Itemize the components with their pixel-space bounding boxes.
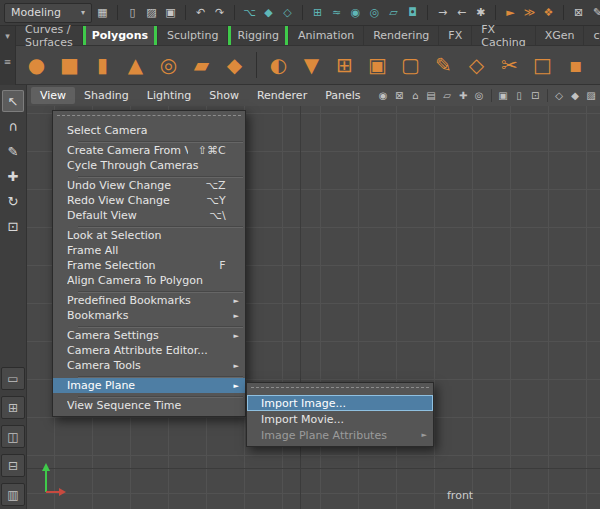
snap-grid-icon[interactable]: ⊞ bbox=[309, 4, 326, 21]
wireframe-icon[interactable]: ◇ bbox=[552, 88, 567, 103]
shelf-tab[interactable]: Animation bbox=[289, 26, 364, 45]
select-hierarchy-icon[interactable]: ⌥ bbox=[241, 4, 258, 21]
boolean-icon[interactable]: ⊞ bbox=[330, 51, 359, 80]
menu-item[interactable]: Camera Attribute Editor... ► bbox=[53, 343, 245, 358]
paint-select-tool[interactable]: ✎ bbox=[2, 140, 24, 162]
new-scene-icon[interactable]: ▯ bbox=[124, 4, 141, 21]
shelf-tab[interactable]: Curves / Surfaces bbox=[16, 26, 83, 45]
bevel-icon[interactable]: ▪ bbox=[561, 51, 590, 80]
poly-cone-icon[interactable]: ▲ bbox=[121, 51, 150, 80]
menu-item[interactable]: View Sequence Time ► bbox=[53, 398, 245, 413]
camera-attributes-icon[interactable]: ⌂ bbox=[408, 88, 423, 103]
textured-icon[interactable]: ▨ bbox=[584, 88, 599, 103]
panel-menu-item[interactable]: Shading bbox=[75, 87, 138, 104]
make-live-icon[interactable]: ◘ bbox=[404, 4, 421, 21]
menu-item[interactable]: Default View ⌥\ ► bbox=[53, 208, 245, 223]
snap-curve-icon[interactable]: ≈ bbox=[328, 4, 345, 21]
two-d-pan-zoom-icon[interactable]: ✚ bbox=[456, 88, 471, 103]
create-polygon-icon[interactable]: ✎ bbox=[429, 51, 458, 80]
workspace-icon[interactable]: ▦ bbox=[94, 4, 111, 21]
smooth-icon[interactable]: □ bbox=[528, 51, 557, 80]
shelf-tab[interactable]: Rigging bbox=[228, 26, 289, 45]
shelf-tab-toggle-icon[interactable]: ▾ bbox=[2, 30, 14, 42]
select-tool[interactable]: ↖ bbox=[2, 90, 24, 112]
shelf-tab[interactable]: cy bbox=[584, 26, 600, 45]
image-plane-icon[interactable]: ▱ bbox=[440, 88, 455, 103]
menu-item[interactable]: Look at Selection ► bbox=[53, 228, 245, 243]
poly-plane-icon[interactable]: ▰ bbox=[187, 51, 216, 80]
panel-menu-item[interactable]: Panels bbox=[316, 87, 369, 104]
move-tool[interactable]: ✚ bbox=[2, 165, 24, 187]
menu-item[interactable]: Create Camera From View ⇧⌘C ► bbox=[53, 143, 245, 158]
menu-tearoff[interactable] bbox=[57, 115, 241, 119]
menu-item[interactable]: Align Camera To Polygon ► bbox=[53, 273, 245, 288]
panel-menu-item[interactable]: Show bbox=[200, 87, 248, 104]
panel-menu-item[interactable]: View bbox=[31, 87, 75, 104]
menu-tearoff[interactable] bbox=[251, 387, 429, 391]
ipr-render-icon[interactable]: ≫ bbox=[521, 4, 538, 21]
shaded-icon[interactable]: ◆ bbox=[568, 88, 583, 103]
resolution-gate-icon[interactable]: ⊡ bbox=[528, 88, 543, 103]
film-gate-icon[interactable]: ▯ bbox=[512, 88, 527, 103]
menu-item[interactable]: Import Image... ► bbox=[247, 395, 433, 411]
lock-camera-icon[interactable]: ⊠ bbox=[392, 88, 407, 103]
poly-platonic-icon[interactable]: ◆ bbox=[220, 51, 249, 80]
menu-set-selector[interactable]: Modeling ▾ bbox=[4, 3, 92, 23]
layout-two-pane-side-button[interactable]: ◫ bbox=[1, 425, 25, 448]
layout-single-pane-button[interactable]: ▭ bbox=[1, 367, 25, 390]
lock-icon[interactable]: ⊠ bbox=[570, 4, 587, 21]
poly-pyramid-icon[interactable]: ▼ bbox=[297, 51, 326, 80]
gate-mask-icon[interactable]: ▣ bbox=[496, 88, 511, 103]
extract-icon[interactable]: ▢ bbox=[396, 51, 425, 80]
layout-two-pane-stacked-button[interactable]: ⊟ bbox=[1, 454, 25, 477]
menu-item[interactable]: Select Camera ► bbox=[53, 123, 245, 138]
shelf-tab[interactable]: FX bbox=[439, 26, 472, 45]
quad-draw-icon[interactable]: ◇ bbox=[462, 51, 491, 80]
shelf-tab[interactable]: Sculpting bbox=[158, 26, 228, 45]
menu-item[interactable]: Redo View Change ⌥Y ► bbox=[53, 193, 245, 208]
oversampling-icon[interactable]: ◎ bbox=[472, 88, 487, 103]
shelf-tab[interactable]: Polygons bbox=[83, 26, 158, 45]
shelf-tab[interactable]: XGen bbox=[536, 26, 585, 45]
render-frame-icon[interactable]: ► bbox=[502, 4, 519, 21]
shelf-tab[interactable]: FX Caching bbox=[472, 26, 535, 45]
select-object-icon[interactable]: ◆ bbox=[260, 4, 277, 21]
shelf-tab[interactable]: Rendering bbox=[364, 26, 439, 45]
menu-item[interactable]: Image Plane Attributes ► bbox=[247, 427, 433, 443]
layout-four-pane-button[interactable]: ⊞ bbox=[1, 396, 25, 419]
menu-item[interactable]: Frame All ► bbox=[53, 243, 245, 258]
output-connections-icon[interactable]: ← bbox=[453, 4, 470, 21]
redo-icon[interactable]: ↷ bbox=[211, 4, 228, 21]
menu-item[interactable]: Image Plane ► bbox=[53, 378, 245, 393]
combine-icon[interactable]: ▣ bbox=[363, 51, 392, 80]
shelf-menu-icon[interactable]: ≡ bbox=[2, 56, 14, 68]
rotate-tool[interactable]: ↻ bbox=[2, 190, 24, 212]
menu-item[interactable]: Bookmarks ► bbox=[53, 308, 245, 323]
menu-item[interactable]: Cycle Through Cameras ► bbox=[53, 158, 245, 173]
menu-item[interactable]: Frame Selection F ► bbox=[53, 258, 245, 273]
layout-outliner-button[interactable]: ▥ bbox=[1, 483, 25, 506]
menu-item[interactable]: Predefined Bookmarks ► bbox=[53, 293, 245, 308]
select-camera-icon[interactable]: ◉ bbox=[376, 88, 391, 103]
panel-menu-item[interactable]: Lighting bbox=[138, 87, 200, 104]
poly-sphere-icon[interactable]: ● bbox=[22, 51, 51, 80]
render-settings-icon[interactable]: ❖ bbox=[540, 4, 557, 21]
undo-icon[interactable]: ↶ bbox=[192, 4, 209, 21]
snap-point-icon[interactable]: ◉ bbox=[347, 4, 364, 21]
open-scene-icon[interactable]: ▨ bbox=[143, 4, 160, 21]
poly-torus-icon[interactable]: ◎ bbox=[154, 51, 183, 80]
scale-tool[interactable]: ⊡ bbox=[2, 215, 24, 237]
lasso-tool[interactable]: ∩ bbox=[2, 115, 24, 137]
poly-cylinder-icon[interactable]: ▮ bbox=[88, 51, 117, 80]
menu-item[interactable]: Undo View Change ⌥Z ► bbox=[53, 178, 245, 193]
paint-effects-icon[interactable]: ✎ bbox=[589, 4, 600, 21]
sculpt-tool-icon[interactable]: ◐ bbox=[264, 51, 293, 80]
construction-history-icon[interactable]: ✱ bbox=[472, 4, 489, 21]
poly-cube-icon[interactable]: ■ bbox=[55, 51, 84, 80]
snap-view-plane-icon[interactable]: ▱ bbox=[385, 4, 402, 21]
menu-item[interactable]: Camera Settings ► bbox=[53, 328, 245, 343]
input-connections-icon[interactable]: → bbox=[434, 4, 451, 21]
bookmarks-icon[interactable]: ▤ bbox=[424, 88, 439, 103]
save-scene-icon[interactable]: ▣ bbox=[162, 4, 179, 21]
select-component-icon[interactable]: ◇ bbox=[279, 4, 296, 21]
